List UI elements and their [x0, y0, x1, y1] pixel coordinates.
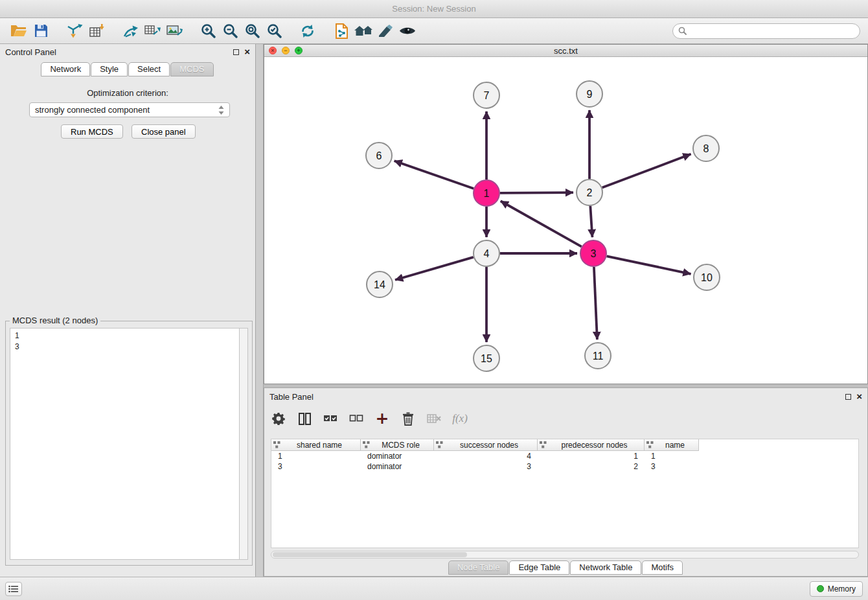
- add-row-button[interactable]: +: [374, 410, 390, 427]
- save-floppy-icon: [34, 24, 48, 38]
- scrollbar-thumb[interactable]: [273, 552, 467, 557]
- float-panel-icon[interactable]: [233, 49, 239, 55]
- node-label: 2: [587, 187, 593, 198]
- select-all-rows-button[interactable]: [323, 410, 338, 427]
- node-10[interactable]: 10: [694, 264, 720, 290]
- close-panel-icon[interactable]: ×: [244, 49, 250, 55]
- apply-style-button[interactable]: [374, 21, 396, 41]
- tab-motifs[interactable]: Motifs: [642, 560, 683, 575]
- task-history-button[interactable]: [5, 582, 22, 596]
- node-14[interactable]: 14: [367, 271, 393, 297]
- save-session-button[interactable]: [30, 21, 52, 41]
- table-cell[interactable]: dominator: [361, 461, 434, 472]
- table-cell[interactable]: 3: [271, 461, 361, 472]
- maximize-window-button[interactable]: +: [295, 47, 303, 54]
- deselect-all-icon: [349, 414, 363, 423]
- table-cell[interactable]: 1: [645, 451, 699, 461]
- close-window-button[interactable]: ×: [269, 47, 277, 54]
- tab-network[interactable]: Network: [41, 62, 90, 76]
- column-header-successor-nodes[interactable]: successor nodes: [434, 439, 538, 451]
- zoom-out-button[interactable]: [219, 21, 241, 41]
- table-horizontal-scrollbar[interactable]: [271, 551, 859, 559]
- delete-rows-button[interactable]: [400, 410, 416, 427]
- new-network-button[interactable]: [119, 21, 141, 41]
- node-9[interactable]: 9: [577, 81, 602, 107]
- node-2[interactable]: 2: [577, 179, 602, 205]
- tab-edge-table[interactable]: Edge Table: [509, 560, 569, 575]
- node-8[interactable]: 8: [693, 135, 719, 161]
- network-window-title: scc.txt: [554, 46, 578, 56]
- edge-4-14[interactable]: [395, 257, 474, 280]
- node-11[interactable]: 11: [585, 343, 611, 369]
- optimization-criterion-dropdown[interactable]: strongly connected component: [29, 102, 230, 117]
- tab-network-table[interactable]: Network Table: [570, 560, 641, 575]
- node-1[interactable]: 1: [474, 180, 499, 206]
- edge-1-2[interactable]: [500, 192, 573, 193]
- edge-3-10[interactable]: [607, 256, 691, 273]
- table-settings-button[interactable]: [271, 410, 286, 427]
- plus-icon: +: [376, 411, 389, 426]
- table-cell[interactable]: 2: [538, 461, 645, 472]
- table-cell[interactable]: 1: [271, 451, 361, 461]
- node-15[interactable]: 15: [474, 345, 499, 371]
- zoom-selected-button[interactable]: [263, 21, 285, 41]
- deselect-all-rows-button[interactable]: [348, 410, 364, 427]
- node-label: 11: [593, 351, 604, 362]
- column-header-shared-name[interactable]: shared name: [271, 439, 361, 451]
- close-table-panel-icon[interactable]: ×: [856, 393, 862, 400]
- export-image-button[interactable]: [163, 21, 185, 41]
- node-4[interactable]: 4: [474, 240, 499, 266]
- network-from-table-button[interactable]: [141, 21, 163, 41]
- panel-splitter[interactable]: [256, 44, 264, 577]
- import-table-button[interactable]: [86, 21, 108, 41]
- home-button[interactable]: [352, 21, 374, 41]
- result-scrollbar[interactable]: [240, 328, 248, 560]
- node-6[interactable]: 6: [366, 143, 392, 168]
- close-panel-button[interactable]: Close panel: [131, 124, 196, 139]
- memory-button[interactable]: Memory: [810, 581, 863, 597]
- node-label: 9: [587, 89, 593, 100]
- column-header-predecessor-nodes[interactable]: predecessor nodes: [538, 439, 645, 451]
- table-cell[interactable]: 3: [434, 461, 538, 472]
- column-header-name[interactable]: name: [645, 439, 699, 451]
- tab-style[interactable]: Style: [91, 62, 128, 76]
- apply-function-button[interactable]: f(x): [452, 410, 468, 427]
- edge-2-8[interactable]: [602, 154, 691, 188]
- node-3[interactable]: 3: [580, 240, 606, 266]
- table-cell[interactable]: dominator: [361, 451, 434, 461]
- table-row[interactable]: 3dominator323: [271, 461, 858, 472]
- edge-2-3[interactable]: [590, 206, 592, 237]
- open-network-file-button[interactable]: [330, 21, 352, 41]
- memory-label: Memory: [828, 584, 856, 594]
- search-box[interactable]: [672, 23, 860, 39]
- right-area: × − + scc.txt 7968124314101511 Table Pan…: [264, 44, 868, 577]
- import-network-button[interactable]: [63, 21, 86, 41]
- table-cell[interactable]: 1: [538, 451, 645, 461]
- column-header-MCDS-role[interactable]: MCDS role: [361, 439, 434, 451]
- node-7[interactable]: 7: [474, 82, 499, 108]
- run-mcds-button[interactable]: Run MCDS: [61, 124, 123, 139]
- edge-3-11[interactable]: [594, 267, 597, 340]
- edge-1-6[interactable]: [394, 161, 474, 189]
- tab-mcds[interactable]: MCDS: [170, 62, 213, 76]
- show-columns-button[interactable]: [297, 410, 312, 427]
- edge-3-1[interactable]: [501, 201, 582, 246]
- open-file-button[interactable]: [8, 21, 30, 41]
- zoom-fit-button[interactable]: [241, 21, 263, 41]
- mcds-result-text[interactable]: 13: [10, 328, 240, 560]
- tab-node-table[interactable]: Node Table: [448, 560, 509, 575]
- table-cell[interactable]: 4: [434, 451, 538, 461]
- delete-columns-button[interactable]: [426, 410, 442, 427]
- table-cell[interactable]: 3: [645, 461, 699, 472]
- tab-select[interactable]: Select: [128, 62, 170, 76]
- zoom-in-button[interactable]: [197, 21, 219, 41]
- table-row[interactable]: 1dominator411: [271, 451, 858, 461]
- minimize-window-button[interactable]: −: [282, 47, 290, 54]
- search-input[interactable]: [690, 26, 854, 36]
- network-table-icon: [144, 23, 161, 38]
- refresh-view-button[interactable]: [297, 21, 319, 41]
- network-graph[interactable]: 7968124314101511: [264, 57, 867, 384]
- window-titlebar[interactable]: Session: New Session: [0, 0, 868, 18]
- float-table-panel-icon[interactable]: [845, 394, 851, 400]
- show-graphics-details-button[interactable]: [396, 21, 418, 41]
